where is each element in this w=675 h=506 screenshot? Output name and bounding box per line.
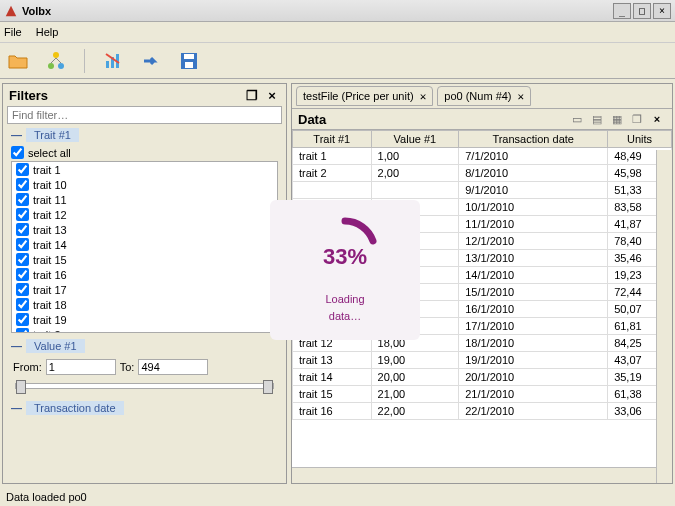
table-row[interactable]: trait 1420,0020/1/201035,19 [293, 369, 672, 386]
tab-testfile[interactable]: testFile (Price per unit) ✕ [296, 86, 433, 106]
table-row[interactable]: trait 11,007/1/201048,49 [293, 148, 672, 165]
svg-point-0 [53, 52, 59, 58]
view-mode-3-icon[interactable]: ▦ [608, 111, 626, 127]
export-arrow-icon[interactable] [139, 49, 163, 73]
filters-close-icon[interactable]: × [264, 87, 280, 103]
txn-section[interactable]: — Transaction date [7, 399, 282, 417]
list-item[interactable]: trait 19 [12, 312, 277, 327]
to-input[interactable] [138, 359, 208, 375]
table-row[interactable]: trait 1622,0022/1/201033,06 [293, 403, 672, 420]
trait-label: trait 10 [33, 179, 67, 191]
svg-rect-3 [106, 61, 109, 68]
tab-close-icon[interactable]: ✕ [518, 90, 525, 103]
table-cell: 17/1/2010 [459, 318, 608, 335]
filters-restore-icon[interactable]: ❐ [244, 87, 260, 103]
trait-checklist[interactable]: trait 1trait 10trait 11trait 12trait 13t… [11, 161, 278, 333]
table-cell: 22,00 [371, 403, 459, 420]
table-cell: 8/1/2010 [459, 165, 608, 182]
column-header[interactable]: Transaction date [459, 131, 608, 148]
table-cell: 1,00 [371, 148, 459, 165]
loading-overlay: 33% Loading data… [270, 200, 420, 340]
slider-thumb-min[interactable] [16, 380, 26, 394]
trait-checkbox[interactable] [16, 208, 29, 221]
table-cell: 22/1/2010 [459, 403, 608, 420]
table-row[interactable]: trait 1521,0021/1/201061,38 [293, 386, 672, 403]
hierarchy-icon[interactable] [44, 49, 68, 73]
trait-label: trait 2 [33, 329, 61, 334]
list-item[interactable]: trait 11 [12, 192, 277, 207]
statusbar: Data loaded po0 [0, 488, 675, 506]
select-all-checkbox[interactable] [11, 146, 24, 159]
table-cell: 12/1/2010 [459, 233, 608, 250]
trait-checkbox[interactable] [16, 163, 29, 176]
trait-checkbox[interactable] [16, 298, 29, 311]
trait-label: trait 1 [33, 164, 61, 176]
table-cell [371, 182, 459, 199]
trait-checkbox[interactable] [16, 283, 29, 296]
view-mode-1-icon[interactable]: ▭ [568, 111, 586, 127]
table-cell: trait 1 [293, 148, 372, 165]
table-cell: 19/1/2010 [459, 352, 608, 369]
column-header[interactable]: Units [608, 131, 672, 148]
vertical-scrollbar[interactable] [656, 150, 672, 483]
list-item[interactable]: trait 13 [12, 222, 277, 237]
table-cell: 21,00 [371, 386, 459, 403]
list-item[interactable]: trait 10 [12, 177, 277, 192]
list-item[interactable]: trait 14 [12, 237, 277, 252]
list-item[interactable]: trait 1 [12, 162, 277, 177]
data-close-icon[interactable]: × [648, 111, 666, 127]
table-cell: 2,00 [371, 165, 459, 182]
range-slider-wrap [7, 379, 282, 399]
select-all-row[interactable]: select all [7, 144, 282, 161]
table-cell: 11/1/2010 [459, 216, 608, 233]
toolbar-separator [84, 49, 85, 73]
list-item[interactable]: trait 12 [12, 207, 277, 222]
filters-header: Filters ❐ × [3, 84, 286, 106]
trait-checkbox[interactable] [16, 223, 29, 236]
save-icon[interactable] [177, 49, 201, 73]
close-button[interactable]: × [653, 3, 671, 19]
table-row[interactable]: trait 22,008/1/201045,98 [293, 165, 672, 182]
table-cell: 16/1/2010 [459, 301, 608, 318]
table-row[interactable]: 9/1/201051,33 [293, 182, 672, 199]
table-row[interactable]: trait 1319,0019/1/201043,07 [293, 352, 672, 369]
from-label: From: [13, 361, 42, 373]
trait-checkbox[interactable] [16, 193, 29, 206]
column-header[interactable]: Trait #1 [293, 131, 372, 148]
slider-thumb-max[interactable] [263, 380, 273, 394]
data-restore-icon[interactable]: ❐ [628, 111, 646, 127]
range-slider[interactable] [15, 383, 274, 389]
list-item[interactable]: trait 15 [12, 252, 277, 267]
tab-label: testFile (Price per unit) [303, 90, 414, 102]
trait-label: trait 16 [33, 269, 67, 281]
minimize-button[interactable]: _ [613, 3, 631, 19]
trait-section[interactable]: — Trait #1 [7, 126, 282, 144]
data-tabs: testFile (Price per unit) ✕ po0 (Num #4)… [292, 84, 672, 108]
list-item[interactable]: trait 18 [12, 297, 277, 312]
list-item[interactable]: trait 17 [12, 282, 277, 297]
tab-po0[interactable]: po0 (Num #4) ✕ [437, 86, 531, 106]
list-item[interactable]: trait 16 [12, 267, 277, 282]
horizontal-scrollbar[interactable] [292, 467, 656, 483]
select-all-label: select all [28, 147, 71, 159]
column-header[interactable]: Value #1 [371, 131, 459, 148]
from-input[interactable] [46, 359, 116, 375]
trait-checkbox[interactable] [16, 253, 29, 266]
view-mode-2-icon[interactable]: ▤ [588, 111, 606, 127]
trait-checkbox[interactable] [16, 328, 29, 333]
tab-close-icon[interactable]: ✕ [420, 90, 427, 103]
trait-checkbox[interactable] [16, 268, 29, 281]
value-section[interactable]: — Value #1 [7, 337, 282, 355]
maximize-button[interactable]: □ [633, 3, 651, 19]
trait-checkbox[interactable] [16, 178, 29, 191]
menu-file[interactable]: File [4, 26, 22, 38]
trait-checkbox[interactable] [16, 313, 29, 326]
window-title: Volbx [22, 5, 611, 17]
list-item[interactable]: trait 2 [12, 327, 277, 333]
chart-icon[interactable] [101, 49, 125, 73]
menu-help[interactable]: Help [36, 26, 59, 38]
svg-rect-8 [185, 62, 193, 68]
open-folder-icon[interactable] [6, 49, 30, 73]
find-filter-input[interactable] [7, 106, 282, 124]
trait-checkbox[interactable] [16, 238, 29, 251]
